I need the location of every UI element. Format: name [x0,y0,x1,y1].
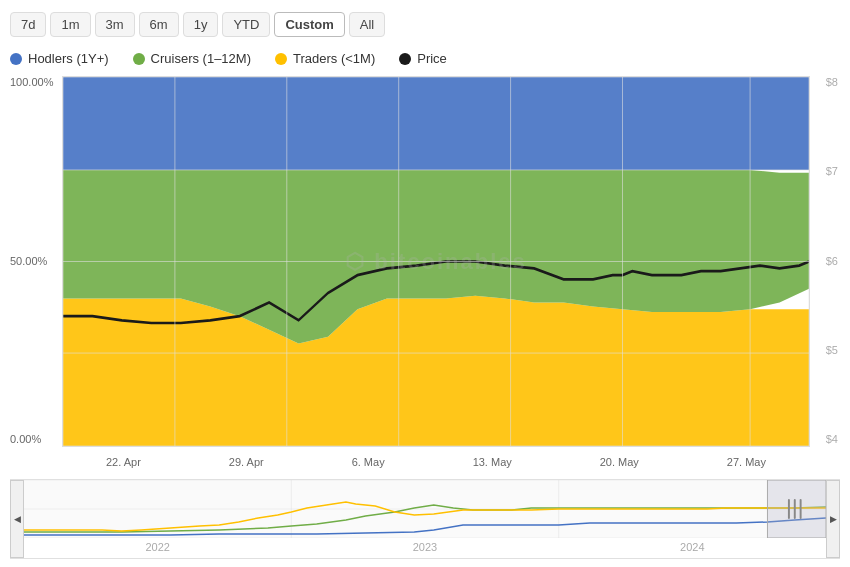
time-btn-6m[interactable]: 6m [139,12,179,37]
legend-dot [133,53,145,65]
legend-item-hodlers1y: Hodlers (1Y+) [10,51,109,66]
x-label-6may: 6. May [352,456,385,468]
legend-dot [399,53,411,65]
y-price-8: $8 [826,76,838,88]
y-axis-right: $8 $7 $6 $5 $4 [812,76,840,447]
y-price-5: $5 [826,344,838,356]
y-axis-left: 100.00% 50.00% 0.00% [10,76,62,447]
x-label-13may: 13. May [473,456,512,468]
x-axis: 22. Apr 29. Apr 6. May 13. May 20. May 2… [62,449,810,475]
legend-item-price: Price [399,51,447,66]
nav-left-button[interactable]: ◀ [10,480,24,558]
x-label-22apr: 22. Apr [106,456,141,468]
chart-svg-container: ⬡ bitcoinables [62,76,810,447]
time-btn-all[interactable]: All [349,12,385,37]
nav-right-button[interactable]: ▶ [826,480,840,558]
main-container: 7d1m3m6m1yYTDCustomAll Hodlers (1Y+)Crui… [0,0,850,567]
time-btn-1m[interactable]: 1m [50,12,90,37]
nav-label-2022: 2022 [145,541,169,553]
chart-legend: Hodlers (1Y+)Cruisers (1–12M)Traders (<1… [10,51,840,66]
x-label-20may: 20. May [600,456,639,468]
legend-label: Traders (<1M) [293,51,375,66]
main-chart-wrapper: 100.00% 50.00% 0.00% $8 $7 $6 $5 $4 ⬡ bi… [10,76,840,475]
time-btn-custom[interactable]: Custom [274,12,344,37]
nav-x-axis: 2022 2023 2024 [24,538,826,556]
legend-label: Price [417,51,447,66]
y-label-100: 100.00% [10,76,62,88]
y-price-7: $7 [826,165,838,177]
chart-area: 100.00% 50.00% 0.00% $8 $7 $6 $5 $4 ⬡ bi… [10,76,840,475]
y-label-0: 0.00% [10,433,62,445]
legend-dot [275,53,287,65]
time-btn-3m[interactable]: 3m [95,12,135,37]
legend-item-traders1m: Traders (<1M) [275,51,375,66]
legend-label: Hodlers (1Y+) [28,51,109,66]
y-label-50: 50.00% [10,255,62,267]
y-price-6: $6 [826,255,838,267]
time-btn-ytd[interactable]: YTD [222,12,270,37]
nav-svg-container [24,480,826,538]
time-range-selector: 7d1m3m6m1yYTDCustomAll [10,12,840,37]
nav-chart-svg [24,480,826,538]
time-btn-1y[interactable]: 1y [183,12,219,37]
legend-item-cruisers112m: Cruisers (1–12M) [133,51,251,66]
nav-label-2024: 2024 [680,541,704,553]
legend-dot [10,53,22,65]
x-label-29apr: 29. Apr [229,456,264,468]
y-price-4: $4 [826,433,838,445]
nav-label-2023: 2023 [413,541,437,553]
legend-label: Cruisers (1–12M) [151,51,251,66]
time-btn-7d[interactable]: 7d [10,12,46,37]
main-chart-svg [63,77,809,446]
navigator-wrapper: ◀ ▶ [10,479,840,559]
svg-rect-20 [767,480,826,538]
x-label-27may: 27. May [727,456,766,468]
